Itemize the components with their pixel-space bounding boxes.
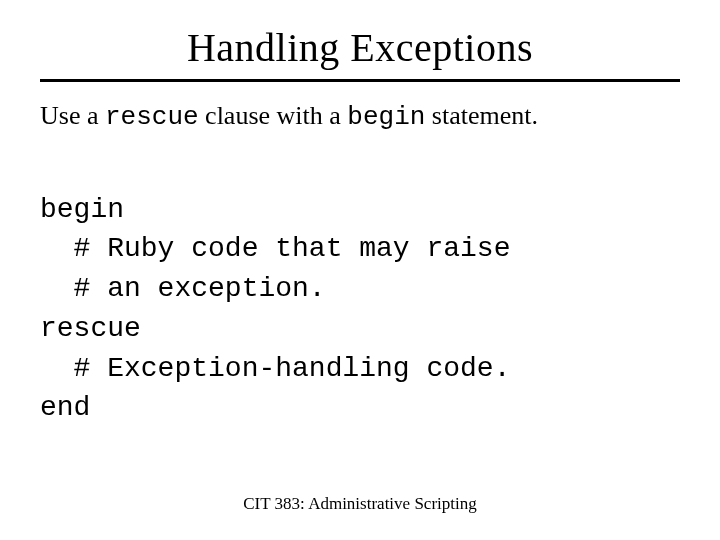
slide-title: Handling Exceptions [40,24,680,71]
code-line: # an exception. [40,269,680,309]
intro-part3: statement. [425,101,538,130]
code-line: begin [40,190,680,230]
slide: Handling Exceptions Use a rescue clause … [0,0,720,540]
footer-text: CIT 383: Administrative Scripting [0,494,720,514]
title-underline [40,79,680,82]
code-line: # Exception-handling code. [40,349,680,389]
intro-part1: Use a [40,101,105,130]
intro-text: Use a rescue clause with a begin stateme… [40,100,680,134]
code-block: begin # Ruby code that may raise # an ex… [40,190,680,429]
code-line: rescue [40,309,680,349]
intro-code-begin: begin [347,102,425,132]
code-line: # Ruby code that may raise [40,229,680,269]
code-line: end [40,388,680,428]
intro-part2: clause with a [199,101,348,130]
intro-code-rescue: rescue [105,102,199,132]
